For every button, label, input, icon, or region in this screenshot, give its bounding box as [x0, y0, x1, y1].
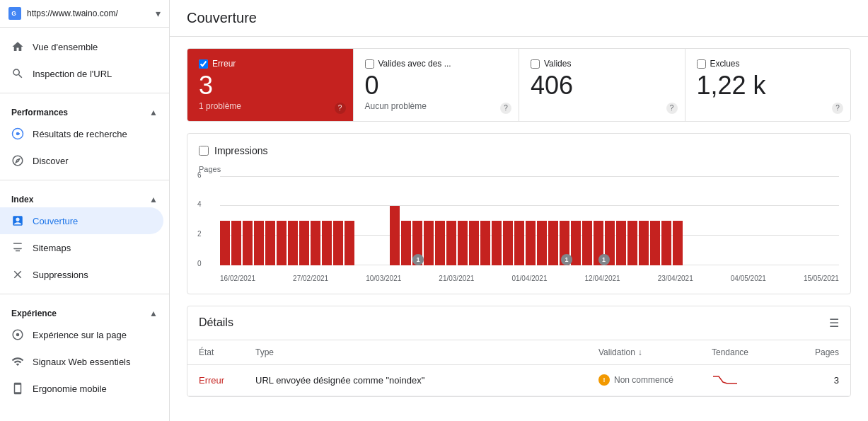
index-chevron-icon: ▲ [149, 195, 158, 204]
valides-avec-label: Valides avec des ... [378, 59, 451, 69]
validation-badge: ! Non commencé [598, 374, 673, 386]
performances-chevron-icon: ▲ [149, 108, 158, 117]
status-card-erreur: Erreur 3 1 problème ? [187, 49, 354, 121]
details-title: Détails [199, 316, 233, 329]
sidebar-label-resultats-recherche: Résultats de recherche [33, 129, 127, 139]
col-header-etat: État [199, 347, 255, 357]
col-header-type: Type [255, 347, 598, 357]
sidebar-label-suppressions: Suppressions [33, 270, 88, 280]
status-card-erreur-header: Erreur [199, 59, 342, 69]
chart-checkbox[interactable] [199, 146, 209, 156]
divider-2 [0, 180, 169, 180]
sidebar-label-couverture: Couverture [33, 216, 78, 226]
valides-help-icon[interactable]: ? [666, 103, 678, 114]
chart-title: Impressions [214, 145, 267, 156]
valides-label: Valides [544, 59, 571, 69]
chart-section: Impressions Pages 6 4 2 0 [187, 133, 851, 294]
sidebar-nav: Vue d'ensemble Inspection de l'URL Perfo… [0, 28, 169, 408]
x-axis: 16/02/2021 27/02/2021 10/03/2021 21/03/2… [220, 275, 839, 282]
event-marker: 1 [598, 254, 610, 265]
experience-icon [11, 328, 24, 341]
x-label-3: 10/03/2021 [366, 275, 401, 282]
exclues-checkbox[interactable] [697, 59, 706, 69]
row-pages: 3 [797, 375, 839, 386]
table-row: Erreur URL envoyée désignée comme "noind… [187, 365, 850, 396]
erreur-help-icon[interactable]: ? [335, 103, 346, 114]
x-label-9: 15/05/2021 [804, 275, 839, 282]
col-header-validation-label: Validation [598, 347, 635, 357]
erreur-sub: 1 problème [199, 101, 342, 111]
section-index[interactable]: Index ▲ [0, 186, 169, 207]
x-label-6: 12/04/2021 [585, 275, 620, 282]
x-label-5: 01/04/2021 [511, 275, 547, 282]
sidebar-item-resultats-recherche[interactable]: Résultats de recherche [0, 120, 163, 147]
sidebar-item-vue-ensemble[interactable]: Vue d'ensemble [0, 33, 163, 60]
chart-y-label: Pages [199, 165, 839, 173]
row-type: URL envoyée désignée comme "noindex" [255, 375, 598, 386]
sidebar-dropdown-icon[interactable]: ▾ [156, 8, 161, 19]
sidebar-item-couverture[interactable]: Couverture [0, 207, 163, 234]
sidebar-item-discover[interactable]: Discover [0, 147, 163, 174]
x-label-7: 23/04/2021 [658, 275, 693, 282]
row-etat: Erreur [199, 375, 255, 386]
sidebar-label-sitemaps: Sitemaps [33, 243, 71, 253]
section-experience-label: Expérience [11, 308, 57, 318]
sidebar-item-inspection-url[interactable]: Inspection de l'URL [0, 60, 163, 87]
sidebar-item-experience-page[interactable]: Expérience sur la page [0, 321, 163, 348]
sidebar-label-discover: Discover [33, 156, 69, 166]
valides-avec-sub: Aucun problème [365, 101, 508, 111]
erreur-label: Erreur [212, 59, 236, 69]
section-performances[interactable]: Performances ▲ [0, 99, 169, 120]
section-experience[interactable]: Expérience ▲ [0, 300, 169, 321]
sidebar-item-ergonomie-mobile[interactable]: Ergonomie mobile [0, 375, 163, 402]
sidebar-item-signaux-web[interactable]: Signaux Web essentiels [0, 348, 163, 375]
erreur-value: 3 [199, 71, 342, 100]
sidebar-label-signaux-web: Signaux Web essentiels [33, 357, 131, 367]
x-label-2: 27/02/2021 [293, 275, 328, 282]
site-url: https://www.twaino.com/ [27, 8, 150, 18]
exclues-label: Exclues [710, 59, 740, 69]
bars-container [220, 176, 839, 265]
row-validation: ! Non commencé [598, 374, 712, 386]
exclues-value: 1,22 k [697, 71, 840, 100]
svg-point-3 [16, 132, 20, 136]
erreur-checkbox[interactable] [199, 59, 208, 69]
sitemap-icon [11, 241, 24, 254]
event-marker: 1 [561, 254, 572, 265]
svg-point-4 [16, 333, 20, 337]
status-card-valides-header: Valides [531, 59, 673, 69]
valides-avec-help-icon[interactable]: ? [500, 103, 511, 114]
filter-icon[interactable]: ☰ [829, 316, 839, 330]
status-card-valides-avec: Valides avec des ... 0 Aucun problème ? [354, 49, 520, 121]
col-header-pages: Pages [797, 347, 839, 357]
sidebar-item-sitemaps[interactable]: Sitemaps [0, 234, 163, 261]
site-favicon: G [8, 7, 21, 20]
status-card-valides: Valides 406 ? [519, 49, 685, 121]
valides-checkbox[interactable] [531, 59, 540, 69]
valides-avec-value: 0 [365, 71, 508, 100]
grid-label-2: 2 [197, 230, 202, 238]
svg-text:G: G [11, 10, 16, 17]
google-icon [11, 127, 24, 140]
x-label-4: 21/03/2021 [439, 275, 474, 282]
sidebar-label-experience-page: Expérience sur la page [33, 330, 127, 340]
status-card-exclues: Exclues 1,22 k ? [685, 49, 851, 121]
exclues-help-icon[interactable]: ? [832, 103, 843, 114]
event-dot: 1 [561, 254, 572, 265]
chart-area: 6 4 2 0 111 16/02/2021 27/02/2021 [199, 176, 839, 282]
valides-avec-checkbox[interactable] [365, 59, 374, 69]
tendance-sparkline [712, 374, 740, 385]
grid-label-6: 6 [197, 171, 202, 179]
col-header-validation: Validation ↓ [598, 347, 712, 357]
col-header-tendance: Tendance [712, 347, 797, 357]
validation-text: Non commencé [614, 375, 673, 385]
main-content: Couverture Erreur 3 1 problème ? Valides… [170, 0, 868, 421]
event-dot: 1 [598, 254, 610, 265]
valides-value: 406 [531, 71, 673, 100]
signals-icon [11, 355, 24, 368]
status-card-exclues-header: Exclues [697, 59, 840, 69]
x-label-8: 04/05/2021 [731, 275, 766, 282]
row-tendance [712, 374, 797, 387]
sidebar-item-suppressions[interactable]: Suppressions [0, 261, 163, 288]
sidebar-label-vue-ensemble: Vue d'ensemble [33, 42, 98, 52]
